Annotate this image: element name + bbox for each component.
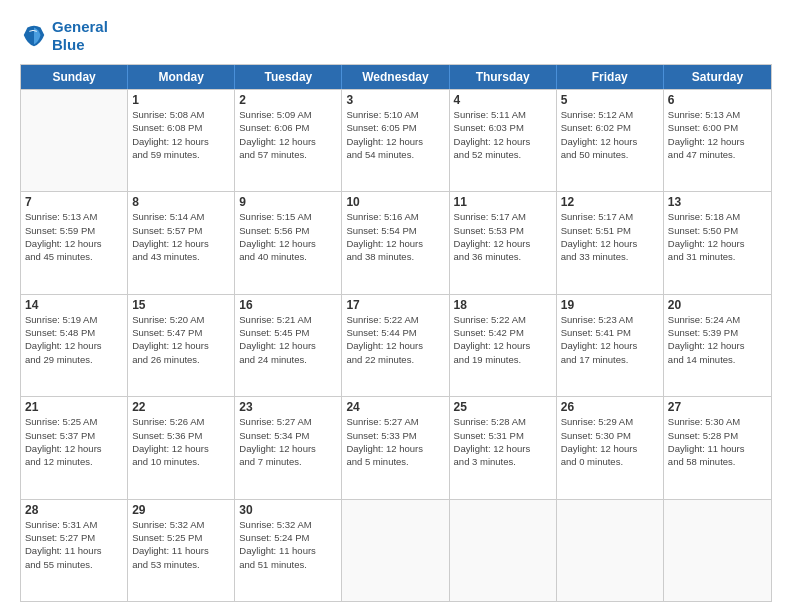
- calendar-cell: 25Sunrise: 5:28 AM Sunset: 5:31 PM Dayli…: [450, 397, 557, 498]
- logo: General Blue: [20, 18, 108, 54]
- calendar-cell: 13Sunrise: 5:18 AM Sunset: 5:50 PM Dayli…: [664, 192, 771, 293]
- header-day-thursday: Thursday: [450, 65, 557, 89]
- calendar-cell: 4Sunrise: 5:11 AM Sunset: 6:03 PM Daylig…: [450, 90, 557, 191]
- header: General Blue: [20, 18, 772, 54]
- calendar-cell: 19Sunrise: 5:23 AM Sunset: 5:41 PM Dayli…: [557, 295, 664, 396]
- day-number: 27: [668, 400, 767, 414]
- calendar-cell: 5Sunrise: 5:12 AM Sunset: 6:02 PM Daylig…: [557, 90, 664, 191]
- calendar-cell: [450, 500, 557, 601]
- calendar-body: 1Sunrise: 5:08 AM Sunset: 6:08 PM Daylig…: [21, 89, 771, 601]
- calendar-cell: 29Sunrise: 5:32 AM Sunset: 5:25 PM Dayli…: [128, 500, 235, 601]
- day-info: Sunrise: 5:18 AM Sunset: 5:50 PM Dayligh…: [668, 210, 767, 263]
- day-info: Sunrise: 5:21 AM Sunset: 5:45 PM Dayligh…: [239, 313, 337, 366]
- calendar-cell: 12Sunrise: 5:17 AM Sunset: 5:51 PM Dayli…: [557, 192, 664, 293]
- day-number: 3: [346, 93, 444, 107]
- day-number: 14: [25, 298, 123, 312]
- calendar-cell: 26Sunrise: 5:29 AM Sunset: 5:30 PM Dayli…: [557, 397, 664, 498]
- day-info: Sunrise: 5:30 AM Sunset: 5:28 PM Dayligh…: [668, 415, 767, 468]
- day-info: Sunrise: 5:08 AM Sunset: 6:08 PM Dayligh…: [132, 108, 230, 161]
- day-info: Sunrise: 5:17 AM Sunset: 5:51 PM Dayligh…: [561, 210, 659, 263]
- day-number: 6: [668, 93, 767, 107]
- day-number: 25: [454, 400, 552, 414]
- calendar-cell: 30Sunrise: 5:32 AM Sunset: 5:24 PM Dayli…: [235, 500, 342, 601]
- day-number: 10: [346, 195, 444, 209]
- day-number: 29: [132, 503, 230, 517]
- day-info: Sunrise: 5:15 AM Sunset: 5:56 PM Dayligh…: [239, 210, 337, 263]
- calendar-cell: [664, 500, 771, 601]
- calendar-cell: 24Sunrise: 5:27 AM Sunset: 5:33 PM Dayli…: [342, 397, 449, 498]
- day-info: Sunrise: 5:31 AM Sunset: 5:27 PM Dayligh…: [25, 518, 123, 571]
- day-info: Sunrise: 5:09 AM Sunset: 6:06 PM Dayligh…: [239, 108, 337, 161]
- calendar-cell: [557, 500, 664, 601]
- calendar-cell: 23Sunrise: 5:27 AM Sunset: 5:34 PM Dayli…: [235, 397, 342, 498]
- header-day-saturday: Saturday: [664, 65, 771, 89]
- calendar-cell: [342, 500, 449, 601]
- day-info: Sunrise: 5:27 AM Sunset: 5:34 PM Dayligh…: [239, 415, 337, 468]
- calendar-cell: 16Sunrise: 5:21 AM Sunset: 5:45 PM Dayli…: [235, 295, 342, 396]
- day-number: 2: [239, 93, 337, 107]
- day-number: 22: [132, 400, 230, 414]
- header-day-monday: Monday: [128, 65, 235, 89]
- day-number: 8: [132, 195, 230, 209]
- calendar-header: SundayMondayTuesdayWednesdayThursdayFrid…: [21, 65, 771, 89]
- day-info: Sunrise: 5:32 AM Sunset: 5:24 PM Dayligh…: [239, 518, 337, 571]
- day-number: 1: [132, 93, 230, 107]
- day-info: Sunrise: 5:19 AM Sunset: 5:48 PM Dayligh…: [25, 313, 123, 366]
- day-number: 24: [346, 400, 444, 414]
- day-info: Sunrise: 5:14 AM Sunset: 5:57 PM Dayligh…: [132, 210, 230, 263]
- day-number: 12: [561, 195, 659, 209]
- calendar-cell: 9Sunrise: 5:15 AM Sunset: 5:56 PM Daylig…: [235, 192, 342, 293]
- day-number: 18: [454, 298, 552, 312]
- calendar-cell: 22Sunrise: 5:26 AM Sunset: 5:36 PM Dayli…: [128, 397, 235, 498]
- day-info: Sunrise: 5:23 AM Sunset: 5:41 PM Dayligh…: [561, 313, 659, 366]
- day-number: 20: [668, 298, 767, 312]
- header-day-tuesday: Tuesday: [235, 65, 342, 89]
- calendar-cell: 18Sunrise: 5:22 AM Sunset: 5:42 PM Dayli…: [450, 295, 557, 396]
- calendar-row-2: 7Sunrise: 5:13 AM Sunset: 5:59 PM Daylig…: [21, 191, 771, 293]
- day-info: Sunrise: 5:22 AM Sunset: 5:42 PM Dayligh…: [454, 313, 552, 366]
- day-number: 15: [132, 298, 230, 312]
- header-day-sunday: Sunday: [21, 65, 128, 89]
- day-info: Sunrise: 5:26 AM Sunset: 5:36 PM Dayligh…: [132, 415, 230, 468]
- calendar-cell: 1Sunrise: 5:08 AM Sunset: 6:08 PM Daylig…: [128, 90, 235, 191]
- day-number: 5: [561, 93, 659, 107]
- day-info: Sunrise: 5:17 AM Sunset: 5:53 PM Dayligh…: [454, 210, 552, 263]
- calendar-cell: 28Sunrise: 5:31 AM Sunset: 5:27 PM Dayli…: [21, 500, 128, 601]
- day-info: Sunrise: 5:27 AM Sunset: 5:33 PM Dayligh…: [346, 415, 444, 468]
- calendar-cell: 8Sunrise: 5:14 AM Sunset: 5:57 PM Daylig…: [128, 192, 235, 293]
- day-number: 7: [25, 195, 123, 209]
- day-info: Sunrise: 5:13 AM Sunset: 6:00 PM Dayligh…: [668, 108, 767, 161]
- day-info: Sunrise: 5:13 AM Sunset: 5:59 PM Dayligh…: [25, 210, 123, 263]
- calendar-cell: 11Sunrise: 5:17 AM Sunset: 5:53 PM Dayli…: [450, 192, 557, 293]
- calendar-cell: 27Sunrise: 5:30 AM Sunset: 5:28 PM Dayli…: [664, 397, 771, 498]
- day-number: 30: [239, 503, 337, 517]
- day-number: 17: [346, 298, 444, 312]
- day-info: Sunrise: 5:22 AM Sunset: 5:44 PM Dayligh…: [346, 313, 444, 366]
- day-info: Sunrise: 5:32 AM Sunset: 5:25 PM Dayligh…: [132, 518, 230, 571]
- calendar-row-3: 14Sunrise: 5:19 AM Sunset: 5:48 PM Dayli…: [21, 294, 771, 396]
- logo-icon: [20, 22, 48, 50]
- day-info: Sunrise: 5:11 AM Sunset: 6:03 PM Dayligh…: [454, 108, 552, 161]
- header-day-friday: Friday: [557, 65, 664, 89]
- calendar-cell: 15Sunrise: 5:20 AM Sunset: 5:47 PM Dayli…: [128, 295, 235, 396]
- calendar-cell: 10Sunrise: 5:16 AM Sunset: 5:54 PM Dayli…: [342, 192, 449, 293]
- day-info: Sunrise: 5:29 AM Sunset: 5:30 PM Dayligh…: [561, 415, 659, 468]
- calendar-cell: 17Sunrise: 5:22 AM Sunset: 5:44 PM Dayli…: [342, 295, 449, 396]
- day-info: Sunrise: 5:20 AM Sunset: 5:47 PM Dayligh…: [132, 313, 230, 366]
- calendar-cell: 20Sunrise: 5:24 AM Sunset: 5:39 PM Dayli…: [664, 295, 771, 396]
- day-number: 16: [239, 298, 337, 312]
- day-number: 9: [239, 195, 337, 209]
- calendar-cell: [21, 90, 128, 191]
- day-number: 26: [561, 400, 659, 414]
- calendar-cell: 2Sunrise: 5:09 AM Sunset: 6:06 PM Daylig…: [235, 90, 342, 191]
- day-number: 28: [25, 503, 123, 517]
- day-info: Sunrise: 5:28 AM Sunset: 5:31 PM Dayligh…: [454, 415, 552, 468]
- page: General Blue SundayMondayTuesdayWednesda…: [0, 0, 792, 612]
- calendar-cell: 14Sunrise: 5:19 AM Sunset: 5:48 PM Dayli…: [21, 295, 128, 396]
- header-day-wednesday: Wednesday: [342, 65, 449, 89]
- day-info: Sunrise: 5:25 AM Sunset: 5:37 PM Dayligh…: [25, 415, 123, 468]
- calendar-cell: 3Sunrise: 5:10 AM Sunset: 6:05 PM Daylig…: [342, 90, 449, 191]
- calendar-cell: 21Sunrise: 5:25 AM Sunset: 5:37 PM Dayli…: [21, 397, 128, 498]
- day-number: 4: [454, 93, 552, 107]
- day-number: 11: [454, 195, 552, 209]
